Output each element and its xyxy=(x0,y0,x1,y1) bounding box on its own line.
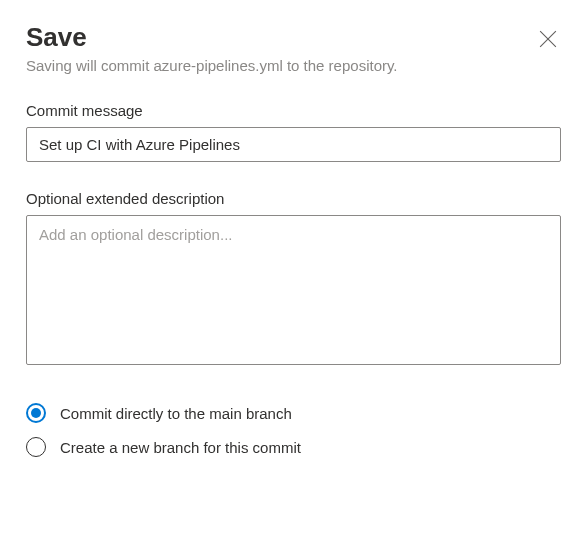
close-button[interactable] xyxy=(535,26,561,52)
commit-message-label: Commit message xyxy=(26,102,561,119)
radio-indicator-unselected xyxy=(26,437,46,457)
dialog-subtitle: Saving will commit azure-pipelines.yml t… xyxy=(26,57,561,74)
radio-create-branch[interactable]: Create a new branch for this commit xyxy=(26,437,561,457)
close-icon xyxy=(539,30,557,48)
extended-description-label: Optional extended description xyxy=(26,190,561,207)
branch-radio-group: Commit directly to the main branch Creat… xyxy=(26,403,561,457)
extended-description-textarea[interactable] xyxy=(26,215,561,365)
radio-commit-direct[interactable]: Commit directly to the main branch xyxy=(26,403,561,423)
radio-indicator-selected xyxy=(26,403,46,423)
radio-label-direct: Commit directly to the main branch xyxy=(60,405,292,422)
dialog-title: Save xyxy=(26,22,87,53)
radio-label-new-branch: Create a new branch for this commit xyxy=(60,439,301,456)
commit-message-input[interactable] xyxy=(26,127,561,162)
